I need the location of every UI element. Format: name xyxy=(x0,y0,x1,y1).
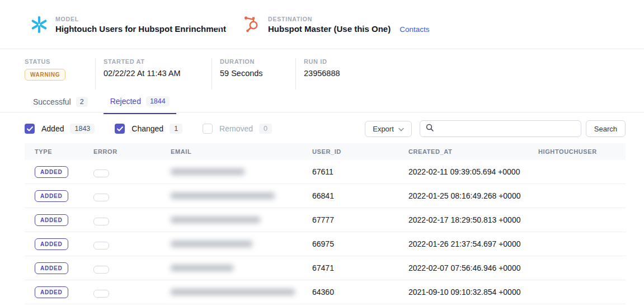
view-error-button[interactable] xyxy=(93,242,109,249)
user-id-cell: 64360 xyxy=(302,288,398,296)
type-filter[interactable]: Removed 0 xyxy=(203,124,272,134)
checkbox[interactable] xyxy=(203,124,213,134)
user-id-cell: 66975 xyxy=(302,239,398,248)
type-badge: ADDED xyxy=(35,166,68,178)
created-at-cell: 2022-02-11 09:39:05.694 +0000 xyxy=(398,167,528,176)
table-row: ADDED 66975 2022-01-26 21:37:54.697 +000… xyxy=(25,232,626,256)
status-cell: STATUS WARNING xyxy=(25,58,95,90)
view-error-button[interactable] xyxy=(93,170,109,177)
status-label: STATUS xyxy=(25,58,95,65)
redacted-email xyxy=(171,241,252,247)
duration-label: DURATION xyxy=(220,58,295,65)
type-filters: Added 1843 Changed 1 Removed 0 xyxy=(25,124,292,134)
type-filter[interactable]: Added 1843 xyxy=(25,124,95,134)
status-badge: WARNING xyxy=(25,69,65,81)
filter-label: Removed xyxy=(219,124,253,133)
filter-toolbar-row: Added 1843 Changed 1 Removed 0 Export xyxy=(25,120,626,138)
checkbox-check-icon xyxy=(117,126,123,131)
view-error-button[interactable] xyxy=(93,290,109,298)
user-id-cell: 67471 xyxy=(302,263,398,272)
duration-value: 59 Seconds xyxy=(220,69,295,78)
search-icon xyxy=(426,124,434,134)
table-row: ADDED 64360 2021-09-10 09:10:32.854 +000… xyxy=(25,280,626,304)
user-id-cell: 66841 xyxy=(302,191,398,200)
column-header-type: TYPE xyxy=(25,148,83,155)
run-id-cell: RUN ID 23956888 xyxy=(295,58,407,90)
filter-count-badge: 0 xyxy=(259,124,272,134)
search-input[interactable] xyxy=(438,125,575,133)
created-at-cell: 2021-09-10 09:10:32.854 +0000 xyxy=(398,288,528,296)
redacted-email xyxy=(171,192,275,199)
run-id-value: 23956888 xyxy=(304,69,407,78)
view-error-button[interactable] xyxy=(93,218,109,225)
tab-count-badge: 1844 xyxy=(146,96,170,106)
hubspot-icon xyxy=(242,15,262,35)
created-at-cell: 2022-01-26 21:37:54.697 +0000 xyxy=(398,239,528,248)
export-button-label: Export xyxy=(373,125,394,133)
model-name[interactable]: Hightouch Users for Hubspot Enrinchment xyxy=(55,24,226,34)
model-group: MODEL Hightouch Users for Hubspot Enrinc… xyxy=(29,15,226,35)
tab-label: Successful xyxy=(33,97,71,106)
destination-group: DESTINATION Hubspot Master (Use this One… xyxy=(242,15,429,35)
model-eyebrow: MODEL xyxy=(55,16,226,22)
arrow-right-icon: → xyxy=(211,18,224,33)
type-filter[interactable]: Changed 1 xyxy=(115,124,182,134)
run-id-label: RUN ID xyxy=(304,58,407,65)
checkbox[interactable] xyxy=(115,124,125,134)
column-header-created-at: CREATED_AT xyxy=(398,148,528,155)
user-id-cell: 67777 xyxy=(302,215,398,224)
column-header-hightouchuser: HIGHTOUCHUSER xyxy=(528,148,626,155)
toolbar-right: Export Search xyxy=(365,120,626,137)
type-badge: ADDED xyxy=(35,214,68,226)
column-header-email: EMAIL xyxy=(161,148,302,155)
tabs-divider xyxy=(0,112,644,112)
table-header: TYPE ERROR EMAIL USER_ID CREATED_AT HIGH… xyxy=(25,143,626,160)
table-row: ADDED 67611 2022-02-11 09:39:05.694 +000… xyxy=(25,160,626,184)
created-at-cell: 2022-02-17 18:29:50.813 +0000 xyxy=(398,215,528,224)
destination-eyebrow: DESTINATION xyxy=(268,16,429,22)
column-header-user-id: USER_ID xyxy=(302,148,398,155)
filter-label: Added xyxy=(41,124,64,133)
view-error-button[interactable] xyxy=(93,266,109,274)
export-button[interactable]: Export xyxy=(365,121,412,137)
table-row: ADDED 66841 2022-01-25 08:16:49.268 +000… xyxy=(25,184,626,208)
filter-count-badge: 1 xyxy=(170,124,182,134)
started-at-cell: STARTED AT 02/22/22 At 11:43 AM xyxy=(95,58,211,90)
filter-count-badge: 1843 xyxy=(70,124,95,134)
started-at-label: STARTED AT xyxy=(104,58,211,65)
destination-name[interactable]: Hubspot Master (Use this One) xyxy=(268,24,391,34)
created-at-cell: 2022-01-25 08:16:49.268 +0000 xyxy=(398,191,528,200)
type-badge: ADDED xyxy=(35,286,68,298)
checkbox-check-icon xyxy=(27,126,33,131)
result-tabs: Successful 2 Rejected 1844 xyxy=(26,96,176,114)
user-id-cell: 67611 xyxy=(302,167,398,176)
tab-label: Rejected xyxy=(110,97,141,106)
redacted-email xyxy=(171,168,245,175)
tab[interactable]: Successful 2 xyxy=(26,96,95,114)
table-row: ADDED 67777 2022-02-17 18:29:50.813 +000… xyxy=(25,208,626,232)
checkbox[interactable] xyxy=(25,124,35,134)
sync-run-page: MODEL Hightouch Users for Hubspot Enrinc… xyxy=(0,0,644,306)
type-badge: ADDED xyxy=(35,190,68,202)
snowflake-icon xyxy=(29,15,49,35)
started-at-value: 02/22/22 At 11:43 AM xyxy=(104,69,211,78)
redacted-email xyxy=(171,289,295,295)
view-error-button[interactable] xyxy=(93,194,109,201)
status-bar: STATUS WARNING STARTED AT 02/22/22 At 11… xyxy=(0,49,644,90)
search-box xyxy=(420,120,581,137)
contacts-link[interactable]: Contacts xyxy=(399,25,429,34)
filter-label: Changed xyxy=(131,124,163,133)
chevron-down-icon xyxy=(398,125,404,133)
type-badge: ADDED xyxy=(35,262,68,274)
rejected-rows-table: TYPE ERROR EMAIL USER_ID CREATED_AT HIGH… xyxy=(25,143,626,304)
tab-count-badge: 2 xyxy=(76,97,88,107)
created-at-cell: 2022-02-07 07:56:46.946 +0000 xyxy=(398,263,528,272)
table-body: ADDED 67611 2022-02-11 09:39:05.694 +000… xyxy=(25,160,626,304)
duration-cell: DURATION 59 Seconds xyxy=(211,58,295,90)
redacted-email xyxy=(171,265,233,271)
run-header: MODEL Hightouch Users for Hubspot Enrinc… xyxy=(0,0,644,49)
type-badge: ADDED xyxy=(35,238,68,250)
search-button[interactable]: Search xyxy=(586,120,626,137)
table-row: ADDED 67471 2022-02-07 07:56:46.946 +000… xyxy=(25,256,626,280)
redacted-email xyxy=(171,216,260,223)
